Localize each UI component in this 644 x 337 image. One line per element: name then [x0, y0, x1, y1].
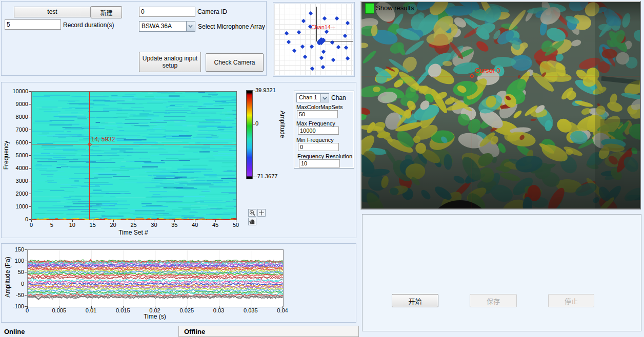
wave-ytick-mark — [25, 249, 27, 250]
wave-xtick-label: 0.02 — [145, 307, 165, 313]
max-colormap-input[interactable] — [297, 110, 338, 118]
spec-ytick-mark — [29, 155, 31, 156]
record-duration-input[interactable] — [5, 19, 61, 30]
mic-array-value: BSWA 36A — [142, 23, 172, 30]
spec-xtick-label: 25 — [126, 222, 142, 228]
spec-xtick-label: 30 — [146, 222, 162, 228]
frequency-resolution-label: Frequency Resolution — [297, 153, 352, 159]
spec-ytick-mark — [29, 91, 31, 92]
wave-xtick-mark — [219, 306, 219, 308]
camera-result-image[interactable]: Cursor 0 Show results — [360, 1, 641, 209]
spectrogram-cursor-vline[interactable] — [89, 92, 90, 220]
magnifier-icon — [249, 209, 256, 216]
stop-button[interactable]: 停止 — [548, 294, 594, 307]
mic-dot — [310, 67, 314, 71]
hand-icon — [249, 218, 256, 225]
max-frequency-input[interactable] — [298, 127, 339, 135]
spec-xtick-label: 40 — [187, 222, 203, 228]
wave-xtick-label: 0.015 — [113, 307, 133, 313]
spec-ytick-label: 7000 — [7, 127, 28, 133]
amplitude-colorbar — [246, 90, 253, 179]
spec-ytick-label: 3000 — [7, 178, 28, 184]
spec-ytick-mark — [29, 181, 31, 181]
mic-array-plot[interactable]: Chan14 — [274, 4, 353, 75]
chevron-down-icon[interactable] — [320, 94, 329, 102]
channel-value: Chan 1 — [299, 94, 317, 100]
spec-ytick-label: 10000 — [7, 88, 28, 94]
spec-xtick-mark — [154, 220, 154, 222]
max-colormap-label: MaxColorMapSets — [296, 104, 343, 110]
new-button[interactable]: 新建 — [91, 6, 122, 18]
spec-xtick-mark — [52, 220, 52, 222]
frequency-resolution-input[interactable] — [299, 159, 340, 167]
spec-xtick-label: 15 — [85, 222, 100, 228]
spectrogram-cursor-label: 14, 5932 — [91, 136, 115, 143]
update-analog-button[interactable]: Update analog input setup — [139, 52, 201, 72]
spec-xtick-label: 5 — [44, 222, 59, 228]
wave-xtick-label: 0.025 — [176, 307, 197, 313]
mic-dot — [323, 16, 327, 20]
run-control-panel: 开始 保存 停止 — [362, 214, 641, 331]
spec-xtick-mark — [236, 220, 236, 222]
mic-dot — [297, 30, 301, 34]
spectrogram-plot[interactable]: 14, 5932 — [31, 91, 237, 220]
spec-xtick-mark — [134, 220, 134, 222]
cursor-tool-button[interactable] — [257, 209, 266, 217]
session-name-field[interactable]: test — [14, 7, 91, 17]
wave-xtick-label: 0 — [17, 307, 37, 313]
mic-dot — [336, 45, 340, 49]
waveform-traces — [28, 250, 283, 307]
channel-dropdown[interactable]: Chan 1 — [296, 93, 329, 102]
chevron-down-icon[interactable] — [186, 22, 195, 31]
wave-xtick-mark — [155, 306, 155, 308]
spectrogram-image — [32, 92, 236, 220]
wave-ytick-label: 150 — [5, 246, 24, 252]
wave-ytick-label: -50 — [5, 292, 24, 298]
spec-ytick-mark — [29, 142, 31, 143]
wave-xtick-label: 0.005 — [49, 307, 69, 313]
zoom-tool-button[interactable] — [248, 209, 256, 217]
wave-ytick-label: 100 — [5, 258, 24, 264]
camera-id-label: Camera ID — [197, 8, 227, 15]
show-results-label: Show results — [376, 4, 414, 12]
mic-dot — [346, 56, 350, 60]
spectrogram-panel: Frequency 14, 5932 Time Set # 39.9321 0 … — [1, 82, 356, 238]
spec-xtick-label: 50 — [228, 222, 244, 228]
min-frequency-input[interactable] — [298, 143, 339, 151]
camera-cursor-hline[interactable] — [361, 76, 640, 76]
spec-xtick-label: 0 — [24, 222, 39, 228]
show-results-checkbox[interactable] — [365, 3, 374, 14]
spec-xtick-label: 45 — [208, 222, 223, 228]
wave-xtick-mark — [251, 306, 251, 308]
spec-ytick-label: 1000 — [7, 203, 28, 209]
mic-dot — [292, 49, 296, 53]
waveform-plot[interactable] — [27, 249, 284, 307]
online-status-label: Online — [4, 328, 25, 335]
check-camera-button[interactable]: Check Camera — [206, 53, 264, 72]
mic-array-dropdown[interactable]: BSWA 36A — [139, 21, 195, 32]
spec-xtick-label: 10 — [65, 222, 80, 228]
spec-xtick-mark — [93, 220, 93, 222]
pan-tool-button[interactable] — [248, 218, 256, 225]
wave-ytick-label: 0 — [5, 281, 24, 287]
spec-ytick-mark — [29, 206, 31, 207]
camera-cursor-vline[interactable] — [472, 2, 472, 208]
mic-dot — [325, 30, 329, 34]
start-button[interactable]: 开始 — [392, 294, 438, 307]
mic-dot — [285, 31, 289, 35]
spec-ytick-mark — [29, 130, 31, 130]
spec-ytick-mark — [29, 104, 31, 104]
mic-dot — [319, 56, 324, 60]
colorbar-min-label: -71.3677 — [253, 173, 277, 179]
spectrogram-cursor-hline[interactable] — [32, 144, 236, 144]
mic-array-panel: Chan14 — [273, 2, 355, 77]
mic-dot — [346, 21, 350, 25]
offline-status-box: Offline — [178, 326, 359, 337]
wave-ytick-label: 50 — [5, 269, 24, 275]
camera-id-input[interactable] — [139, 7, 195, 17]
beamforming-heatmap — [361, 2, 640, 208]
spec-xtick-label: 20 — [106, 222, 121, 228]
save-button[interactable]: 保存 — [470, 294, 517, 307]
spec-ytick-mark — [29, 117, 31, 117]
record-duration-label: Record duration(s) — [63, 22, 114, 29]
